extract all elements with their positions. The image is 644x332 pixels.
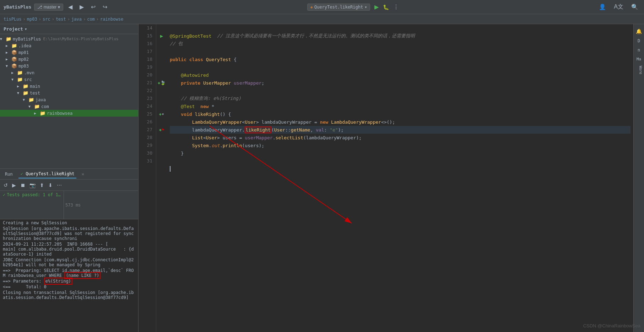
run-tab-bar: Run ✓ QueryTest.likeRight ✕ (0, 169, 138, 180)
like-right-highlight: likeRight (245, 127, 271, 133)
code-line-18: public class QueryTest { (170, 55, 631, 63)
code-line-27: lambdaQueryWrapper. likeRight ( User :: … (170, 126, 631, 134)
param-highlight: e%(String) (44, 278, 72, 285)
top-bar-center: ◈ QueryTest.likeRight ▾ ▶ 🐛 ⋮ (109, 4, 597, 11)
tree-item-com[interactable]: ▼ 📁 com (0, 103, 138, 110)
breadcrumb-item[interactable]: test (56, 17, 66, 22)
tree-item-rainbowsea[interactable]: ▶ 📁 rainbowsea (0, 110, 138, 117)
branch-button[interactable]: ⎇ master ▾ (34, 4, 63, 11)
code-line-21: private UserMapper userMapper ; (170, 79, 631, 87)
folder-icon: 📁 (23, 84, 28, 89)
folder-icon: 📁 (11, 43, 17, 48)
more-options-button[interactable]: ⋯ (55, 182, 63, 189)
breadcrumb-item[interactable]: rainbowse (100, 17, 123, 22)
code-line-29: System . out . println (users); (170, 141, 631, 149)
stop-button[interactable]: ⏹ (19, 182, 27, 189)
module-icon: 📦 (11, 50, 17, 55)
sidebar-tree[interactable]: ▼ 📁 myBatisPlus E:\Java\MyBatis-Plus\myB… (0, 34, 138, 168)
tree-item-mp01[interactable]: ▶ 📦 mp01 (0, 49, 138, 56)
run-config[interactable]: ◈ QueryTest.likeRight ▾ (307, 4, 370, 11)
tree-label: .mvn (24, 70, 34, 75)
notifications-icon[interactable]: 🔔 (634, 27, 644, 36)
run-icon[interactable]: ◈ (159, 112, 162, 117)
code-line-22 (170, 87, 631, 95)
n-icon[interactable]: n (634, 46, 644, 54)
code-line-26: LambdaQueryWrapper < User > lambdaQueryW… (170, 118, 631, 126)
run-gutter-icon[interactable]: ▶ (160, 33, 163, 39)
tree-item-mvn[interactable]: ▶ 📁 .mvn (0, 69, 138, 76)
ma-icon[interactable]: Ma (634, 55, 644, 63)
run-config-icon: ◈ (310, 5, 313, 10)
tree-arrow: ▼ (17, 91, 23, 95)
output-line-7: <== Total: 0 (0, 284, 138, 290)
tree-arrow: ▶ (6, 44, 11, 48)
chevron-down-icon: ▾ (25, 26, 27, 32)
nav-undo-button[interactable]: ↩ (89, 3, 98, 11)
tree-item-mybatisplus[interactable]: ▼ 📁 myBatisPlus E:\Java\MyBatis-Plus\myB… (0, 36, 138, 42)
tree-item-java[interactable]: ▼ 📁 java (0, 96, 138, 103)
close-tab-icon[interactable]: ✕ (81, 171, 84, 177)
bookmark-icon: ◈ (158, 80, 160, 85)
translate-button[interactable]: A文 (612, 2, 626, 11)
nav-forward-button[interactable]: ▶ (77, 3, 86, 11)
editor-content[interactable]: 14 15 16 17 18 19 20 21 22 23 24 25 26 2… (139, 24, 644, 332)
run-again-button[interactable]: ▶ (11, 182, 17, 189)
tree-item-mp02[interactable]: ▶ 📦 mp02 (0, 56, 138, 63)
tree-item-mp03[interactable]: ▼ 📦 mp03 (0, 63, 138, 69)
output-line-2: SqlSession [org.apache.ibatis.session.de… (0, 226, 138, 241)
watermark: CSDN @ChinaRainbowSea (583, 323, 640, 328)
tree-item-idea[interactable]: ▶ 📁 .idea (0, 42, 138, 49)
test-tree-panel: ✓ Tests passed: 1 of 1 test – 573 ms (0, 191, 64, 219)
tree-label: mp01 (18, 50, 29, 55)
code-line-15: @SpringBootTest // 注意这个测试必须要有一个场景类才行，不然是… (170, 32, 631, 40)
rerun-button[interactable]: ↺ (2, 182, 9, 189)
code-line-25: void likeRight () { (170, 110, 631, 118)
tree-label: mp02 (18, 57, 29, 62)
app-name: yBatisPlus (4, 4, 31, 10)
right-panel: 🔔 D n Ma Wore (633, 24, 644, 332)
output-line-3: 2024-09-21 11:22:57.205 INFO 16668 --- [… (0, 241, 138, 257)
d-icon[interactable]: D (634, 37, 644, 45)
project-label: Project (4, 26, 23, 32)
run-gutter-icon[interactable]: ◈ (159, 127, 162, 132)
run-output[interactable]: Creating a new SqlSession SqlSession [or… (0, 219, 138, 332)
breadcrumb-item[interactable]: tisPLus (4, 17, 22, 22)
chevron-down-icon: ▾ (58, 5, 60, 10)
error-icon: ⚑ (162, 127, 164, 132)
timing-row: 573 ms (65, 203, 81, 208)
top-bar: yBatisPlus ⎇ master ▾ ◀ ▶ ↩ ↪ ◈ QueryTes… (0, 0, 644, 14)
git-icon: ⎇ (37, 5, 42, 10)
breadcrumb-item[interactable]: java (71, 17, 82, 22)
top-bar-right: 👤 A文 🔍 (597, 2, 640, 11)
output-line-5: ==> Preparing: SELECT id,name,age,email,… (0, 268, 138, 278)
tree-arrow: ▶ (17, 84, 23, 88)
tree-arrow: ▼ (28, 105, 34, 108)
sort-up-button[interactable]: ⬆ (38, 182, 45, 189)
snapshot-button[interactable]: 📷 (28, 182, 37, 189)
tree-label: test (30, 91, 40, 96)
tree-label: mp03 (18, 64, 29, 69)
leaf-icon: 🍃 (160, 80, 166, 85)
run-tab-querytest[interactable]: ✓ QueryTest.likeRight (18, 170, 77, 178)
breadcrumb-item[interactable]: com (87, 17, 95, 22)
chevron-down-icon: ▾ (364, 5, 367, 10)
tree-item-test[interactable]: ▼ 📁 test (0, 90, 138, 96)
more-button[interactable]: ⋮ (393, 4, 399, 10)
sort-down-button[interactable]: ⬇ (47, 182, 54, 189)
breadcrumb-item[interactable]: mp03 (27, 17, 37, 22)
breadcrumb-item[interactable]: src (43, 17, 50, 22)
code-area[interactable]: @SpringBootTest // 注意这个测试必须要有一个场景类才行，不然是… (167, 24, 633, 332)
run-button[interactable]: ▶ (374, 4, 379, 10)
account-button[interactable]: 👤 (597, 3, 608, 11)
debug-button[interactable]: 🐛 (383, 4, 389, 10)
sidebar-header: Project ▾ (0, 24, 138, 34)
tree-item-main[interactable]: ▶ 📁 main (0, 83, 138, 90)
code-line-19 (170, 63, 631, 71)
gutter: ▶ ◈ 🍃 ◈ ▾ ◈ ⚑ (156, 24, 167, 332)
nav-redo-button[interactable]: ↪ (101, 3, 109, 11)
timing-value: 573 ms (65, 203, 81, 208)
nav-back-button[interactable]: ◀ (66, 3, 75, 11)
search-button[interactable]: 🔍 (629, 3, 640, 11)
run-tab-run[interactable]: Run (3, 170, 15, 178)
tree-item-src[interactable]: ▼ 📁 src (0, 76, 138, 83)
